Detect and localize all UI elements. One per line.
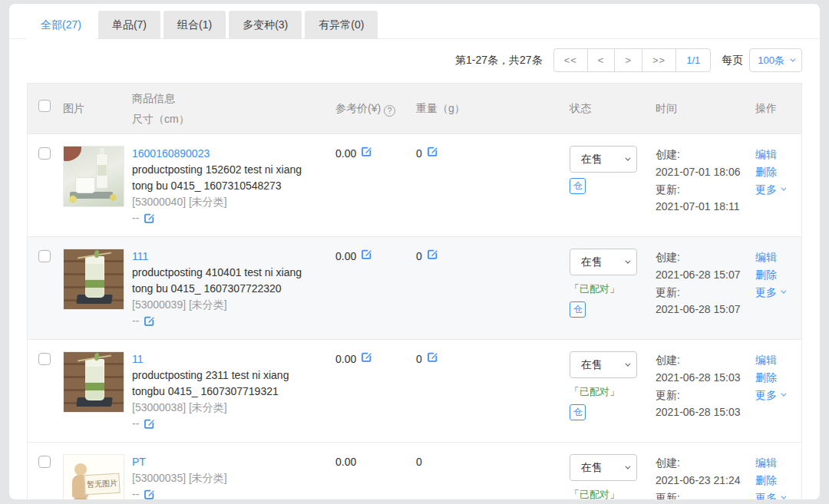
edit-icon[interactable] — [144, 315, 155, 327]
product-image[interactable] — [63, 351, 124, 413]
tab-combo[interactable]: 组合(1) — [163, 11, 226, 39]
product-id-link[interactable]: PT — [132, 454, 146, 470]
last-page-button[interactable]: >> — [642, 49, 675, 71]
tab-single[interactable]: 单品(7) — [98, 11, 160, 39]
product-id-link[interactable]: 11 — [132, 351, 144, 367]
chevron-down-icon — [625, 361, 630, 367]
edit-button[interactable]: 编辑 — [755, 249, 777, 266]
product-id-link[interactable]: 111 — [132, 249, 148, 265]
edit-icon[interactable] — [144, 418, 155, 430]
per-page-control: 每页 100条 — [722, 48, 802, 72]
status-select[interactable]: 在售 — [570, 249, 637, 275]
edit-icon[interactable] — [427, 351, 438, 363]
no-image-sign: 暂无图片 — [84, 473, 120, 495]
warehouse-badge[interactable]: 仓 — [570, 404, 586, 420]
product-meta: [53000039] [未分类] — [132, 297, 315, 313]
status-value: 在售 — [581, 255, 603, 269]
delete-button[interactable]: 删除 — [755, 369, 777, 387]
per-page-select[interactable]: 100条 — [749, 48, 802, 72]
status-value: 在售 — [581, 358, 603, 372]
more-button[interactable]: 更多 — [755, 181, 784, 199]
edit-icon[interactable] — [361, 146, 372, 157]
product-title: productposting 2311 test ni xiang tongbu… — [132, 367, 315, 400]
tab-all[interactable]: 全部(27) — [27, 11, 95, 39]
chevron-down-icon — [781, 288, 786, 294]
edit-icon[interactable] — [144, 489, 155, 499]
delete-button[interactable]: 删除 — [755, 266, 777, 284]
first-page-button[interactable]: << — [554, 49, 587, 71]
product-size: -- — [132, 486, 315, 499]
chevron-down-icon — [781, 494, 786, 499]
time-cell: 创建: 2021-07-01 18:06 更新: 2021-07-01 18:1… — [652, 146, 752, 226]
price-value: 0.00 — [335, 351, 356, 367]
tab-multivariant[interactable]: 多变种(3) — [229, 11, 302, 39]
updated-label: 更新: — [656, 489, 749, 499]
chevron-down-icon — [781, 186, 786, 191]
row-checkbox[interactable] — [38, 147, 51, 160]
created-label: 创建: — [656, 146, 749, 163]
edit-icon[interactable] — [427, 249, 438, 260]
header-status: 状态 — [566, 94, 652, 124]
more-button[interactable]: 更多 — [755, 489, 784, 499]
edit-icon[interactable] — [361, 351, 372, 363]
pagination-group: << < > >> 1/1 — [553, 48, 712, 72]
created-label: 创建: — [656, 351, 749, 369]
next-page-button[interactable]: > — [614, 49, 642, 71]
status-select[interactable]: 在售 — [570, 454, 637, 481]
status-select[interactable]: 在售 — [570, 146, 637, 173]
warehouse-badge[interactable]: 仓 — [570, 178, 586, 194]
time-cell: 创建: 2021-06-28 15:03 更新: 2021-06-28 15:0… — [652, 351, 752, 432]
weight-value: 0 — [416, 249, 422, 265]
header-info-line1: 商品信息 — [132, 88, 329, 109]
updated-label: 更新: — [656, 181, 749, 199]
prev-page-button[interactable]: < — [587, 49, 615, 71]
product-image[interactable] — [63, 249, 124, 310]
row-checkbox[interactable] — [38, 353, 51, 365]
product-title: productposting 410401 test ni xiang tong… — [132, 265, 315, 297]
product-image[interactable] — [63, 146, 124, 207]
price-value: 0.00 — [335, 146, 356, 162]
row-checkbox[interactable] — [38, 456, 51, 468]
table-row: 1600160890023 productposting 152602 test… — [28, 133, 801, 236]
product-size: -- — [132, 416, 315, 432]
updated-label: 更新: — [656, 387, 749, 404]
edit-button[interactable]: 编辑 — [755, 146, 777, 163]
table-row: 11 productposting 2311 test ni xiang ton… — [28, 339, 801, 442]
product-size: -- — [132, 210, 315, 226]
weight-value: 0 — [416, 454, 422, 470]
edit-icon[interactable] — [427, 146, 438, 157]
main-card: 全部(27) 单品(7) 组合(1) 多变种(3) 有异常(0) 第1-27条，… — [9, 4, 820, 499]
delete-button[interactable]: 删除 — [755, 472, 777, 489]
edit-icon[interactable] — [361, 249, 372, 260]
product-table: 图片 商品信息 尺寸（cm） 参考价(¥) 重量（g） 状态 时间 操作 — [27, 83, 802, 499]
select-all-checkbox[interactable] — [38, 100, 51, 112]
product-meta: [53000035] [未分类] — [132, 470, 315, 486]
per-page-value: 100条 — [758, 54, 784, 68]
status-value: 在售 — [581, 461, 603, 475]
header-price: 参考价(¥) — [332, 94, 413, 124]
tab-abnormal[interactable]: 有异常(0) — [305, 11, 378, 39]
header-info: 商品信息 尺寸（cm） — [129, 84, 332, 133]
price-value: 0.00 — [335, 454, 356, 470]
more-button[interactable]: 更多 — [755, 387, 784, 404]
more-button[interactable]: 更多 — [755, 284, 784, 301]
weight-value: 0 — [416, 146, 422, 162]
chevron-down-icon — [790, 57, 795, 62]
warehouse-badge[interactable]: 仓 — [570, 301, 586, 318]
product-size: -- — [132, 313, 315, 329]
pagination-summary: 第1-27条，共27条 — [455, 54, 543, 68]
edit-icon[interactable] — [144, 212, 155, 224]
help-icon[interactable] — [384, 105, 395, 117]
status-select[interactable]: 在售 — [570, 351, 637, 378]
created-label: 创建: — [656, 249, 749, 266]
product-id-link[interactable]: 1600160890023 — [132, 146, 210, 162]
header-info-line2: 尺寸（cm） — [132, 109, 329, 130]
delete-button[interactable]: 删除 — [755, 163, 777, 181]
product-image-placeholder[interactable]: 暂无图片 — [63, 454, 124, 499]
row-checkbox[interactable] — [38, 250, 51, 262]
paired-label: 「已配对」 — [570, 385, 619, 399]
edit-button[interactable]: 编辑 — [755, 351, 777, 369]
header-image: 图片 — [60, 94, 129, 124]
edit-button[interactable]: 编辑 — [755, 454, 777, 472]
chevron-down-icon — [625, 464, 630, 469]
